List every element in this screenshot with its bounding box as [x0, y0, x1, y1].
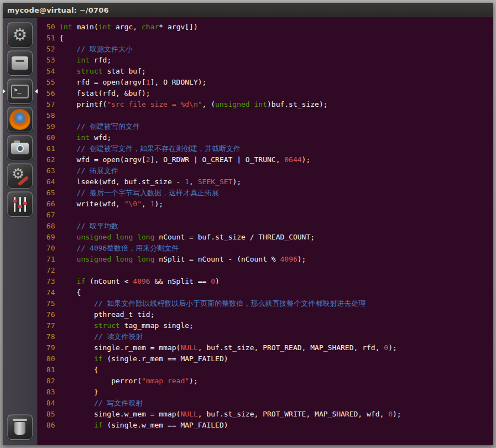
window-main: ⚙ >_ [3, 18, 493, 445]
launcher-item-system-tools[interactable]: ⚙ [3, 163, 38, 189]
code-token: tag_mmap single; [120, 321, 194, 330]
code-token: char [142, 23, 159, 31]
line-number: 76 [42, 309, 55, 320]
line-number: 58 [42, 110, 55, 121]
code-line: 58 [42, 110, 493, 121]
code-token: (single.r_mem == MAP_FAILED) [103, 355, 228, 363]
code-token: rfd = open(argv[ [59, 78, 146, 86]
line-number: 81 [42, 364, 55, 376]
line-number: 59 [42, 121, 55, 132]
code-token [250, 100, 254, 108]
code-token: , buf.st_size, PROT_READ, MAP_SHARED, rf… [198, 343, 384, 352]
launcher-item-trash[interactable] [3, 414, 38, 440]
code-line: 66 write(wfd, "\0", 1); [42, 199, 493, 210]
code-token: // 4096整数倍，用来分割文件 [59, 244, 179, 252]
code-token: 0 [388, 410, 393, 418]
line-number: 54 [42, 66, 55, 77]
code-line: 84 // 写文件映射 [42, 398, 493, 409]
code-line: 67 [42, 210, 493, 221]
code-token: // 创建被写文件，如果不存在则创建，并截断文件 [59, 144, 241, 153]
code-line: 56 fstat(rfd, &buf); [42, 88, 493, 99]
line-number: 51 [42, 33, 55, 44]
slider-bar [14, 197, 15, 212]
code-token: 4096 [280, 255, 297, 263]
launcher-item-file-drawer[interactable] [3, 50, 38, 76]
line-number: 62 [42, 154, 55, 165]
code-token: write(wfd, [59, 200, 124, 208]
code-token: single.w_mem = mmap( [59, 410, 180, 418]
launcher-item-firefox[interactable] [3, 107, 38, 132]
line-number: 52 [42, 44, 55, 55]
code-token: "mmap read" [142, 377, 189, 385]
code-line: 57 printf("src file size = %d\n", (unsig… [42, 99, 493, 110]
code-line: 85 single.w_mem = mmap(NULL, buf.st_size… [42, 409, 493, 420]
code-token: if [77, 277, 86, 285]
code-token: // 最后一个字节写入数据，这样才真正拓展 [59, 189, 219, 197]
code-token: { [59, 34, 64, 42]
launcher-item-screenshot[interactable] [3, 135, 38, 160]
line-number: 83 [42, 387, 55, 398]
drawer-slot [15, 60, 24, 62]
trash-lid [13, 419, 27, 421]
terminal-tile: >_ [7, 79, 33, 104]
unity-launcher: ⚙ >_ [3, 18, 38, 445]
code-token: NULL [180, 343, 197, 352]
code-token [133, 255, 137, 263]
code-token: rfd; [90, 56, 111, 64]
code-token: , ( [202, 100, 215, 108]
code-token: perror( [59, 377, 142, 385]
code-token: 4096 [133, 277, 150, 285]
line-number: 71 [42, 254, 55, 265]
code-token: long [137, 233, 154, 241]
code-token: fstat(rfd, &buf); [59, 89, 150, 97]
code-token: 2 [146, 155, 150, 164]
line-number: 67 [42, 210, 55, 221]
line-number: 50 [42, 22, 55, 33]
line-number: 77 [42, 320, 55, 331]
code-line: 62 wfd = open(argv[2], O_RDWR | O_CREAT … [42, 154, 493, 165]
trash-body [14, 422, 25, 435]
line-number: 69 [42, 232, 55, 243]
tools-icon: ⚙ [11, 166, 29, 185]
launcher-item-settings-sliders[interactable] [3, 191, 38, 217]
code-area[interactable]: 50int main(int argc, char* argv[])51{52 … [38, 18, 493, 445]
code-token [59, 56, 76, 64]
code-line: 63 // 拓展文件 [42, 165, 493, 176]
code-token: int [98, 23, 111, 31]
line-number: 79 [42, 342, 55, 353]
code-token: , [189, 178, 198, 186]
code-token: NULL [180, 410, 197, 418]
code-line: 77 struct tag_mmap single; [42, 320, 493, 331]
code-token: 0 [211, 277, 215, 285]
line-number: 73 [42, 276, 55, 287]
code-line: 51{ [42, 33, 493, 44]
code-token [59, 277, 76, 285]
code-line: 73 if (nCount < 4096 && nSplit == 0) [42, 276, 493, 287]
code-line: 82 perror("mmap read"); [42, 376, 493, 387]
code-token: // 写文件映射 [59, 399, 143, 407]
launcher-item-dash-home[interactable]: ⚙ [3, 22, 38, 48]
firefox-tile [7, 107, 33, 132]
line-number: 63 [42, 165, 55, 176]
terminal-icon: >_ [11, 85, 29, 98]
code-line: 72 [42, 265, 493, 276]
window-title: mycode@virtual: ~/0706 [7, 6, 109, 14]
code-token: ); [189, 377, 198, 385]
line-number: 86 [42, 420, 55, 431]
line-number: 84 [42, 398, 55, 409]
launcher-item-terminal[interactable]: >_ [3, 79, 38, 104]
window-titlebar[interactable]: mycode@virtual: ~/0706 [3, 3, 493, 18]
code-token: nSplit = nCount - (nCount % [155, 255, 280, 263]
line-number: 61 [42, 143, 55, 154]
drawer-icon [12, 56, 28, 70]
code-token: ); [154, 200, 163, 208]
code-line: 61 // 创建被写文件，如果不存在则创建，并截断文件 [42, 143, 493, 154]
code-line: 78 // 读文件映射 [42, 331, 493, 342]
code-token: } [59, 388, 98, 396]
code-token: ); [297, 255, 306, 263]
gear-circle-icon: ⚙ [13, 27, 28, 43]
line-number: 72 [42, 265, 55, 276]
code-token: main( [72, 23, 98, 31]
code-token [59, 233, 76, 241]
focused-indicator-icon [35, 89, 38, 93]
